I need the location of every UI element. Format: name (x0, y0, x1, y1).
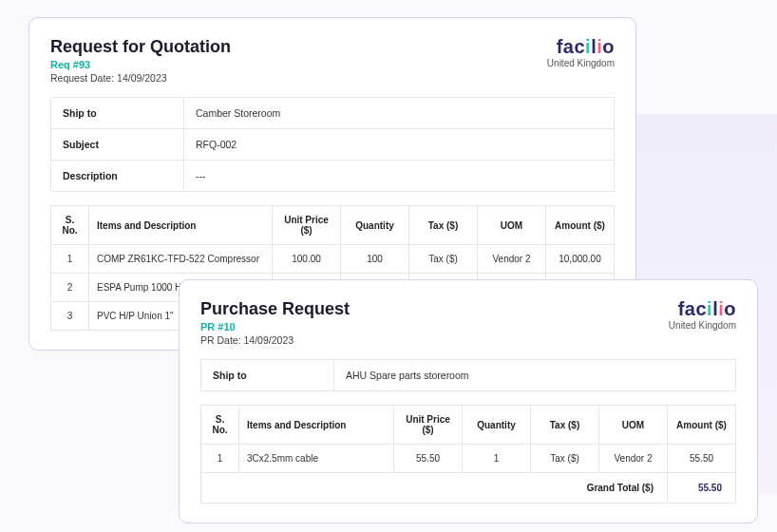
rfq-header: Request for Quotation Req #93 Request Da… (50, 37, 615, 84)
cell-unit-price: 55.50 (394, 445, 463, 473)
cell-amount: 10,000.00 (546, 245, 615, 274)
cell-desc: 3Cx2.5mm cable (239, 445, 394, 473)
brand-region: United Kingdom (669, 320, 736, 331)
subject-label: Subject (51, 129, 184, 161)
col-uom: UOM (478, 206, 546, 245)
grand-total-row: Grand Total ($) 55.50 (201, 473, 736, 504)
brand-logo: facilio United Kingdom (669, 299, 736, 331)
table-row: 1 3Cx2.5mm cable 55.50 1 Tax ($) Vendor … (201, 445, 736, 473)
cell-qty: 1 (463, 445, 531, 473)
table-row: 1 COMP ZR61KC-TFD-522 Compressor 100.00 … (51, 245, 615, 274)
col-sno: S. No. (51, 206, 89, 245)
pr-id: PR #10 (200, 321, 669, 332)
col-qty: Quantity (341, 206, 409, 245)
subject-value: RFQ-002 (184, 129, 615, 161)
col-unit-price: Unit Price ($) (273, 206, 341, 245)
cell-sno: 1 (51, 245, 89, 274)
cell-qty: 100 (341, 245, 409, 274)
grand-total-value: 55.50 (668, 473, 736, 504)
info-row-subject: Subject RFQ-002 (51, 129, 615, 161)
cell-sno: 3 (51, 302, 89, 331)
col-desc: Items and Description (239, 406, 394, 445)
cell-tax: Tax ($) (409, 245, 478, 274)
cell-amount: 55.50 (668, 445, 736, 473)
grand-total-label: Grand Total ($) (201, 473, 668, 504)
col-desc: Items and Description (89, 206, 273, 245)
ship-to-label: Ship to (51, 98, 184, 129)
col-tax: Tax ($) (531, 406, 599, 445)
pr-info-table: Ship to AHU Spare parts storeroom (200, 359, 736, 391)
ship-to-value: AHU Spare parts storeroom (334, 360, 736, 391)
cell-sno: 2 (51, 274, 89, 302)
brand-region: United Kingdom (547, 58, 615, 68)
ship-to-value: Camber Storeroom (184, 98, 615, 129)
cell-unit-price: 100.00 (273, 245, 341, 274)
col-sno: S. No. (201, 406, 239, 445)
col-amount: Amount ($) (546, 206, 615, 245)
pr-header: Purchase Request PR #10 PR Date: 14/09/2… (200, 299, 736, 346)
cell-uom: Vendor 2 (478, 245, 546, 274)
description-label: Description (51, 161, 184, 192)
description-value: --- (184, 161, 615, 192)
ship-to-label: Ship to (201, 360, 334, 391)
col-unit-price: Unit Price ($) (394, 406, 463, 445)
brand-logo: facilio United Kingdom (547, 37, 615, 68)
pr-table-header-row: S. No. Items and Description Unit Price … (201, 406, 736, 445)
info-row-description: Description --- (51, 161, 615, 192)
pr-date: PR Date: 14/09/2023 (200, 334, 669, 346)
cell-sno: 1 (201, 445, 239, 473)
col-qty: Quantity (463, 406, 531, 445)
rfq-info-table: Ship to Camber Storeroom Subject RFQ-002… (50, 97, 615, 192)
cell-desc: COMP ZR61KC-TFD-522 Compressor (89, 245, 273, 274)
pr-card: Purchase Request PR #10 PR Date: 14/09/2… (179, 279, 758, 523)
col-tax: Tax ($) (409, 206, 478, 245)
info-row-shipto: Ship to Camber Storeroom (51, 98, 615, 129)
brand-name: facilio (547, 37, 615, 56)
rfq-table-header-row: S. No. Items and Description Unit Price … (51, 206, 615, 245)
pr-title: Purchase Request (200, 299, 669, 319)
pr-line-items-table: S. No. Items and Description Unit Price … (200, 405, 736, 504)
col-amount: Amount ($) (668, 406, 736, 445)
col-uom: UOM (599, 406, 668, 445)
cell-tax: Tax ($) (531, 445, 599, 473)
rfq-title: Request for Quotation (50, 37, 547, 57)
brand-name: facilio (669, 299, 736, 318)
rfq-date: Request Date: 14/09/2023 (50, 72, 547, 84)
cell-uom: Vendor 2 (599, 445, 668, 473)
info-row-shipto: Ship to AHU Spare parts storeroom (201, 360, 736, 391)
rfq-id: Req #93 (50, 59, 547, 70)
